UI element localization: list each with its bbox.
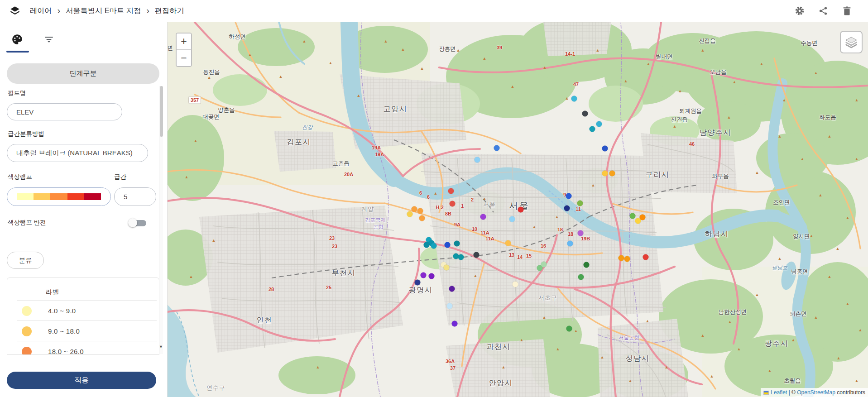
feature-point[interactable] <box>494 145 500 151</box>
feature-point[interactable] <box>412 206 417 212</box>
legend-row[interactable]: 18.0 ~ 26.0 <box>7 342 159 355</box>
feature-point[interactable] <box>541 262 547 268</box>
feature-point[interactable] <box>590 126 595 132</box>
feature-point[interactable] <box>480 214 486 220</box>
legend-color-swatch[interactable] <box>22 306 32 316</box>
feature-point[interactable] <box>474 252 480 258</box>
sidebar-scrollbar-thumb[interactable] <box>160 86 163 137</box>
feature-point[interactable] <box>417 208 423 214</box>
feature-point[interactable] <box>630 213 636 219</box>
feature-point[interactable] <box>509 216 515 222</box>
reverse-ramp-toggle[interactable] <box>128 217 149 229</box>
breadcrumb: 레이어 › 서울특별시 E마트 지점 › 편집하기 <box>9 5 184 17</box>
legend-row[interactable]: 4.0 ~ 9.0 <box>7 301 159 321</box>
feature-point[interactable] <box>505 240 511 246</box>
classification-method-select[interactable]: 내추럴 브레이크 (NATURAL BREAKS) <box>7 144 148 162</box>
feature-point[interactable] <box>578 230 584 236</box>
zoom-in-button[interactable]: + <box>177 33 191 50</box>
osm-link[interactable]: OpenStreetMap <box>797 389 835 396</box>
layers-control[interactable] <box>840 31 863 53</box>
tab-style[interactable] <box>7 30 27 48</box>
feature-point[interactable] <box>624 256 630 262</box>
feature-point[interactable] <box>578 274 584 280</box>
legend-label: 4.0 ~ 9.0 <box>48 307 76 315</box>
legend-row-divider <box>17 320 157 321</box>
feature-point[interactable] <box>450 201 456 207</box>
attribution-suffix: contributors <box>835 389 865 396</box>
feature-point[interactable] <box>584 262 590 268</box>
feature-point[interactable] <box>577 201 583 206</box>
feature-point[interactable] <box>571 96 577 102</box>
feature-point[interactable] <box>564 206 570 211</box>
feature-point[interactable] <box>602 146 608 152</box>
mode-button[interactable]: 단계구분 <box>7 63 159 84</box>
feature-point[interactable] <box>421 273 427 278</box>
sidebar-scrollbar[interactable] <box>159 86 163 354</box>
breadcrumb-item-layer-name[interactable]: 서울특별시 E마트 지점 <box>66 6 141 16</box>
ukraine-flag-icon <box>763 391 769 395</box>
breadcrumb-item-layers[interactable]: 레이어 <box>30 6 52 16</box>
feature-point[interactable] <box>447 303 453 309</box>
feature-point[interactable] <box>602 171 608 177</box>
zoom-control: + − <box>176 33 192 67</box>
feature-point[interactable] <box>452 321 458 327</box>
feature-point[interactable] <box>596 121 602 127</box>
feature-point[interactable] <box>419 215 425 221</box>
feature-point[interactable] <box>415 280 421 286</box>
legend-table: 라벨 4.0 ~ 9.09.0 ~ 18.018.0 ~ 26.0 <box>7 277 159 355</box>
gear-icon[interactable] <box>795 6 805 16</box>
feature-point[interactable] <box>582 111 588 117</box>
feature-point[interactable] <box>429 273 435 279</box>
classes-input[interactable]: 5 <box>114 187 156 206</box>
feature-point[interactable] <box>431 243 437 249</box>
layers-logo-icon[interactable] <box>9 5 21 17</box>
field-name-input[interactable]: ELEV <box>7 103 122 120</box>
feature-point[interactable] <box>445 242 451 248</box>
color-ramp-select[interactable] <box>7 187 111 206</box>
legend-color-swatch[interactable] <box>22 326 32 336</box>
map-attribution: Leaflet | © OpenStreetMap contributors <box>761 388 868 397</box>
tab-filter[interactable] <box>39 30 59 48</box>
layers-icon <box>844 35 858 49</box>
feature-point[interactable] <box>458 254 464 260</box>
trash-icon[interactable] <box>842 6 852 16</box>
legend-color-swatch[interactable] <box>22 347 32 355</box>
filter-icon <box>44 34 54 44</box>
feature-point[interactable] <box>518 207 524 213</box>
feature-point[interactable] <box>475 157 480 163</box>
feature-point[interactable] <box>407 211 413 217</box>
classification-method-label: 급간분류방법 <box>8 130 44 138</box>
legend-row-divider <box>17 341 157 341</box>
feature-point[interactable] <box>643 254 649 260</box>
apply-button[interactable]: 적용 <box>7 372 156 389</box>
zoom-out-button[interactable]: − <box>177 50 191 66</box>
feature-point[interactable] <box>640 215 646 220</box>
style-editor-sidebar: 단계구분 필드명 ELEV 급간분류방법 내추럴 브레이크 (NATURAL B… <box>0 22 168 397</box>
feature-point[interactable] <box>444 265 450 271</box>
feature-point[interactable] <box>449 286 455 292</box>
feature-point[interactable] <box>424 242 430 248</box>
ramp-swatch <box>50 193 67 200</box>
ramp-swatch <box>17 193 34 200</box>
attribution-separator: | © <box>787 389 797 396</box>
toggle-knob <box>128 218 137 227</box>
breadcrumb-item-edit[interactable]: 편집하기 <box>155 6 184 16</box>
feature-point[interactable] <box>454 241 460 247</box>
feature-point[interactable] <box>513 282 518 287</box>
leaflet-map[interactable]: ▲▲▲▲▲▲▲▲▲▲▲▲▲▲▲▲▲▲▲▲▲▲▲▲▲▲▲▲▲▲▲▲▲▲▲▲▲▲▲▲… <box>168 22 868 397</box>
feature-point[interactable] <box>448 188 454 194</box>
feature-point[interactable] <box>566 193 572 199</box>
legend-label: 9.0 ~ 18.0 <box>48 327 80 335</box>
palette-icon <box>11 33 23 45</box>
scroll-down-arrow[interactable]: ▼ <box>159 344 163 349</box>
feature-point[interactable] <box>609 171 615 177</box>
feature-point[interactable] <box>619 255 624 261</box>
feature-point[interactable] <box>566 326 572 332</box>
leaflet-link[interactable]: Leaflet <box>771 389 787 396</box>
feature-point[interactable] <box>567 241 573 247</box>
breadcrumb-separator: › <box>58 5 61 16</box>
share-icon[interactable] <box>818 6 828 16</box>
color-ramp-label: 색상램프 <box>8 173 32 181</box>
legend-row[interactable]: 9.0 ~ 18.0 <box>7 321 159 341</box>
classify-button[interactable]: 분류 <box>7 252 44 269</box>
